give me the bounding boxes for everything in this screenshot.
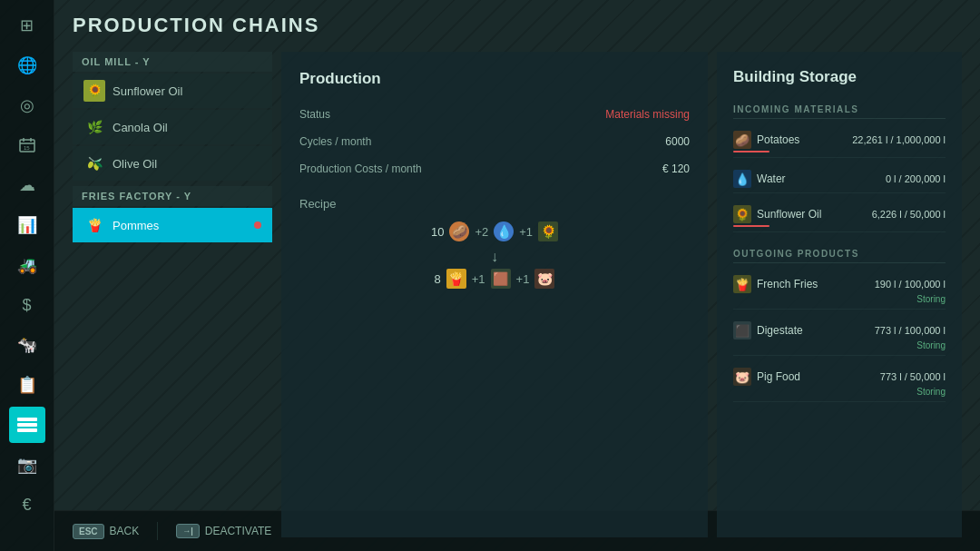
potatoes-label: Potatoes	[757, 133, 799, 146]
digestate-value: 773 l / 100,000 l	[875, 325, 946, 336]
recipe-icon-oil: 🌻	[538, 221, 558, 241]
canola-oil-icon: 🌿	[83, 116, 105, 138]
recipe-plus-1: +2	[475, 225, 488, 239]
pig-food-status: Storing	[733, 387, 946, 397]
sidebar-item-steering[interactable]: ◎	[9, 87, 45, 123]
status-row: Status Materials missing	[299, 106, 690, 123]
pig-food-icon: 🐷	[733, 368, 751, 386]
sidebar-item-animals[interactable]: 🐄	[9, 327, 45, 363]
sidebar-item-euro[interactable]: €	[9, 487, 45, 523]
pommes-label: Pommes	[113, 219, 159, 232]
status-label: Status	[299, 108, 330, 121]
recipe-count-fries: 8	[435, 272, 441, 286]
recipe-icon-fries: 🍟	[446, 269, 466, 289]
canola-oil-label: Canola Oil	[113, 121, 168, 134]
incoming-materials-header: INCOMING MATERIALS	[733, 101, 946, 119]
pig-food-name: 🐷 Pig Food	[733, 368, 800, 386]
cycles-row: Cycles / month 6000	[299, 133, 690, 150]
content-area: PRODUCTION CHAINS OIL MILL - Y 🌻 Sunflow…	[54, 0, 980, 551]
recipe-title: Recipe	[299, 197, 690, 211]
recipe-outputs-row: 8 🍟 +1 🟫 +1 🐷	[299, 269, 690, 289]
olive-oil-icon: 🫒	[83, 153, 105, 174]
page-title: PRODUCTION CHAINS	[73, 14, 962, 37]
sunflower-oil-warning-bar	[733, 225, 769, 227]
sunflower-oil-incoming-label: Sunflower Oil	[757, 208, 821, 221]
potatoes-icon: 🥔	[733, 131, 751, 149]
digestate-row: ⬛ Digestate 773 l / 100,000 l	[733, 321, 946, 339]
storage-item-pig-food: 🐷 Pig Food 773 l / 50,000 l Storing	[733, 363, 946, 402]
costs-label: Production Costs / month	[299, 162, 422, 175]
chain-item-canola-oil[interactable]: 🌿 Canola Oil	[73, 110, 272, 144]
water-value: 0 l / 200,000 l	[886, 173, 946, 184]
recipe-icon-pigfood: 🐷	[534, 269, 554, 289]
production-title: Production	[299, 70, 690, 88]
sunflower-oil-incoming-name: 🌻 Sunflower Oil	[733, 205, 821, 223]
recipe-icon-water: 💧	[494, 221, 514, 241]
recipe-plus-4: +1	[516, 272, 530, 286]
svg-rect-6	[17, 423, 37, 427]
sidebar-item-tractor[interactable]: 🚜	[9, 247, 45, 283]
pommes-alert-dot	[254, 221, 261, 229]
storage-title: Building Storage	[733, 68, 946, 86]
recipe-count-potato: 10	[431, 225, 444, 239]
chain-item-pommes[interactable]: 🍟 Pommes	[73, 208, 272, 242]
french-fries-value: 190 l / 100,000 l	[875, 279, 946, 290]
digestate-label: Digestate	[757, 324, 803, 337]
french-fries-row: 🍟 French Fries 190 l / 100,000 l	[733, 275, 946, 293]
sidebar: ⊞ 🌐 ◎ 15 ☁ 📊 🚜 $ 🐄 📋 📷 €	[0, 0, 54, 551]
water-icon: 💧	[733, 170, 751, 188]
sunflower-oil-incoming-row: 🌻 Sunflower Oil 6,226 l / 50,000 l	[733, 205, 946, 223]
recipe-inputs-row: 10 🥔 +2 💧 +1 🌻	[299, 221, 690, 241]
sidebar-item-camera[interactable]: 📷	[9, 447, 45, 483]
fries-factory-header: FRIES FACTORY - Y	[73, 186, 272, 206]
pommes-icon: 🍟	[83, 214, 105, 236]
olive-oil-label: Olive Oil	[113, 157, 157, 171]
french-fries-name: 🍟 French Fries	[733, 275, 818, 293]
water-label: Water	[757, 172, 786, 185]
water-name: 💧 Water	[733, 170, 786, 188]
pig-food-row: 🐷 Pig Food 773 l / 50,000 l	[733, 368, 946, 386]
potatoes-row: 🥔 Potatoes 22,261 l / 1,000,000 l	[733, 131, 946, 149]
storage-item-french-fries: 🍟 French Fries 190 l / 100,000 l Storing	[733, 271, 946, 310]
storage-item-water: 💧 Water 0 l / 200,000 l	[733, 165, 946, 193]
french-fries-status: Storing	[733, 294, 946, 304]
digestate-icon: ⬛	[733, 321, 751, 339]
pig-food-value: 773 l / 50,000 l	[880, 371, 946, 382]
water-row: 💧 Water 0 l / 200,000 l	[733, 170, 946, 188]
sunflower-oil-incoming-icon: 🌻	[733, 205, 751, 223]
costs-value: € 120	[662, 162, 690, 175]
sidebar-item-contracts[interactable]: 📋	[9, 367, 45, 403]
sidebar-item-production[interactable]	[9, 407, 45, 443]
sunflower-oil-label: Sunflower Oil	[113, 84, 182, 98]
status-value: Materials missing	[605, 108, 690, 121]
chain-item-sunflower-oil[interactable]: 🌻 Sunflower Oil	[73, 74, 272, 108]
sunflower-oil-incoming-value: 6,226 l / 50,000 l	[872, 209, 946, 220]
main-container: ⊞ 🌐 ◎ 15 ☁ 📊 🚜 $ 🐄 📋 📷 €	[0, 0, 980, 551]
storage-item-digestate: ⬛ Digestate 773 l / 100,000 l Storing	[733, 317, 946, 356]
potatoes-value: 22,261 l / 1,000,000 l	[852, 134, 946, 145]
arrow-icon: ↓	[491, 249, 498, 265]
cycles-label: Cycles / month	[299, 135, 371, 148]
recipe-arrow: ↓	[299, 249, 690, 265]
sidebar-item-money[interactable]: $	[9, 287, 45, 323]
potatoes-name: 🥔 Potatoes	[733, 131, 799, 149]
sidebar-item-globe[interactable]: 🌐	[9, 47, 45, 84]
french-fries-label: French Fries	[757, 278, 818, 290]
svg-rect-7	[17, 428, 37, 432]
outgoing-products-header: OUTGOING PRODUCTS	[733, 245, 946, 263]
potatoes-warning-bar	[733, 151, 769, 153]
sidebar-item-map[interactable]: ⊞	[9, 7, 45, 44]
sidebar-item-calendar[interactable]: 15	[9, 127, 45, 163]
sidebar-item-weather[interactable]: ☁	[9, 167, 45, 203]
oil-mill-header: OIL MILL - Y	[73, 52, 272, 72]
storage-item-potatoes: 🥔 Potatoes 22,261 l / 1,000,000 l	[733, 126, 946, 158]
panels-row: OIL MILL - Y 🌻 Sunflower Oil 🌿 Canola Oi…	[73, 52, 962, 537]
sidebar-item-stats[interactable]: 📊	[9, 207, 45, 243]
svg-text:15: 15	[24, 145, 30, 151]
cycles-value: 6000	[665, 135, 690, 148]
storage-panel: Building Storage INCOMING MATERIALS 🥔 Po…	[717, 52, 962, 537]
recipe-icon-digestate: 🟫	[491, 269, 511, 289]
pig-food-label: Pig Food	[757, 370, 800, 383]
chain-item-olive-oil[interactable]: 🫒 Olive Oil	[73, 146, 272, 181]
sunflower-oil-icon: 🌻	[83, 80, 105, 102]
